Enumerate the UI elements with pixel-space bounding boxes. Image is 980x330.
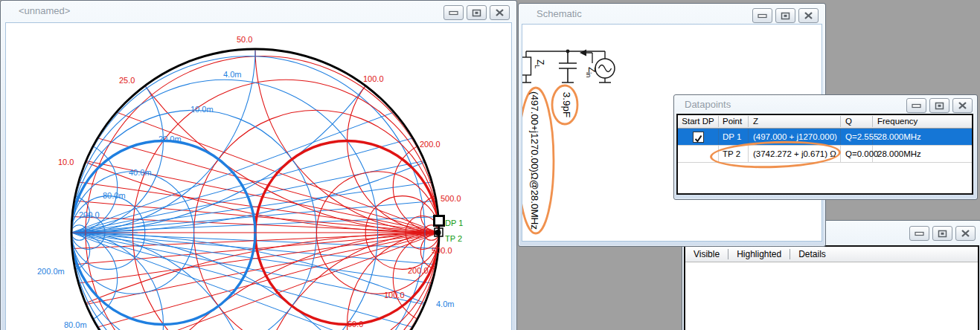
close-button[interactable] <box>952 98 973 113</box>
zin-arrow <box>586 53 592 63</box>
frequency-cell: 28.000MHz <box>873 146 972 162</box>
window-datapoints: Datapoints Start DP Point Z Q Frequency … <box>673 94 978 200</box>
column-header-highlighted: Highlighted <box>728 249 790 259</box>
impedance-annotation: (497.00+j1270.00)Ω@28.0MHz <box>529 91 540 230</box>
minimize-icon <box>449 9 458 16</box>
smith-label: 200.0m <box>37 267 65 276</box>
smith-label: 50.0 <box>237 35 252 44</box>
minimize-button[interactable] <box>906 98 926 113</box>
minimize-icon <box>758 12 767 19</box>
close-button[interactable] <box>955 226 976 241</box>
close-icon <box>961 230 970 237</box>
marker-tp2[interactable] <box>435 230 441 236</box>
window-title: Schematic <box>537 8 582 19</box>
details-list: Visible Highlighted Details <box>684 245 979 330</box>
close-icon <box>495 9 505 16</box>
smith-label: 100.0 <box>384 291 405 300</box>
junction-dot <box>566 50 570 54</box>
smith-label: 200.0 <box>420 140 441 149</box>
minimize-button[interactable] <box>443 5 464 20</box>
smith-label: 200.0 <box>79 210 100 219</box>
column-header-details: Details <box>790 249 834 259</box>
maximize-icon <box>781 12 790 20</box>
column-header-frequency: Frequency <box>873 116 972 127</box>
column-header-visible: Visible <box>685 249 728 259</box>
maximize-icon <box>472 9 481 17</box>
column-header-z: Z <box>749 116 841 127</box>
smith-label: 20.0m <box>158 135 182 143</box>
smith-label: 10.0m <box>190 105 214 114</box>
close-icon <box>804 12 813 19</box>
start-dp-checkbox[interactable] <box>693 132 704 143</box>
minimize-button[interactable] <box>909 226 929 241</box>
smith-label: 200.0 <box>408 266 429 275</box>
smith-label: 500.0 <box>432 246 452 255</box>
zin-arrowhead-icon <box>580 50 586 56</box>
titlebar-schematic[interactable]: Schematic <box>519 4 825 23</box>
column-header-start-dp: Start DP <box>678 116 719 127</box>
frequency-cell: 28.000MHz <box>873 129 972 145</box>
restore-button[interactable] <box>929 98 949 113</box>
q-cell: Q=0.000 <box>841 146 873 162</box>
maximize-button[interactable] <box>467 5 487 20</box>
smith-label: 100.0 <box>363 74 384 83</box>
close-button[interactable] <box>490 5 510 20</box>
minimize-button[interactable] <box>752 8 772 23</box>
zin-label: Zin <box>585 67 597 77</box>
table-row-tp2[interactable]: TP 2 (3742.272 + j0.671) Ω Q=0.000 28.00… <box>678 146 972 163</box>
start-dp-empty-cell[interactable] <box>678 146 719 162</box>
smith-label: 4.0m <box>436 300 454 308</box>
smith-label: DP 1 <box>445 219 463 227</box>
datapoints-header-row: Start DP Point Z Q Frequency <box>678 115 972 129</box>
maximize-button[interactable] <box>932 226 952 241</box>
close-button[interactable] <box>798 8 819 23</box>
window-unnamed: <unnamed> 50.025.010.0100.0200.0500.0500… <box>0 0 517 330</box>
titlebar-unnamed[interactable]: <unnamed> <box>1 1 516 20</box>
smith-label: 25.0 <box>119 76 135 85</box>
smith-label: 80.0m <box>64 320 87 329</box>
smith-label: 4.0m <box>223 70 241 79</box>
minimize-icon <box>912 102 921 109</box>
smith-grid <box>6 23 511 330</box>
z-cell: (497.000 + j1270.000) Ω <box>749 129 841 145</box>
window-title: <unnamed> <box>19 5 70 16</box>
minimize-icon <box>915 230 924 237</box>
column-header-q: Q <box>841 116 873 127</box>
table-row-dp1[interactable]: DP 1 (497.000 + j1270.000) Ω Q=2.555 28.… <box>678 129 972 146</box>
cap-annotation[interactable]: 3.9pF <box>561 92 572 118</box>
smith-label: TP 2 <box>445 234 462 243</box>
load-label: ZL <box>534 59 545 68</box>
maximize-icon <box>938 230 947 238</box>
point-cell: TP 2 <box>719 146 749 162</box>
z-cell: (3742.272 + j0.671) Ω <box>749 146 841 162</box>
load-component[interactable] <box>522 57 531 75</box>
marker-dp1[interactable] <box>435 216 444 226</box>
smith-label: 500.0 <box>441 194 461 203</box>
smith-label: 50.0 <box>348 320 363 329</box>
titlebar-datapoints[interactable]: Datapoints <box>674 95 977 113</box>
q-cell: Q=2.555 <box>841 129 873 145</box>
maximize-button[interactable] <box>775 8 795 23</box>
check-icon <box>694 134 703 143</box>
smith-label: 10.0 <box>58 158 74 166</box>
smith-label: 40.0m <box>129 168 152 177</box>
restore-icon <box>935 102 944 110</box>
smith-chart[interactable]: 50.025.010.0100.0200.0500.0500.0200.0100… <box>6 23 511 330</box>
smith-label: 80.0m <box>103 191 126 200</box>
window-title: Datapoints <box>685 99 731 110</box>
capacitor-component[interactable] <box>559 51 577 82</box>
close-icon <box>958 102 967 109</box>
smith-chart-area: 50.025.010.0100.0200.0500.0500.0200.0100… <box>5 22 512 330</box>
column-header-point: Point <box>719 116 749 127</box>
datapoints-table: Start DP Point Z Q Frequency DP 1 (497.0… <box>676 114 973 195</box>
point-cell: DP 1 <box>719 129 749 145</box>
